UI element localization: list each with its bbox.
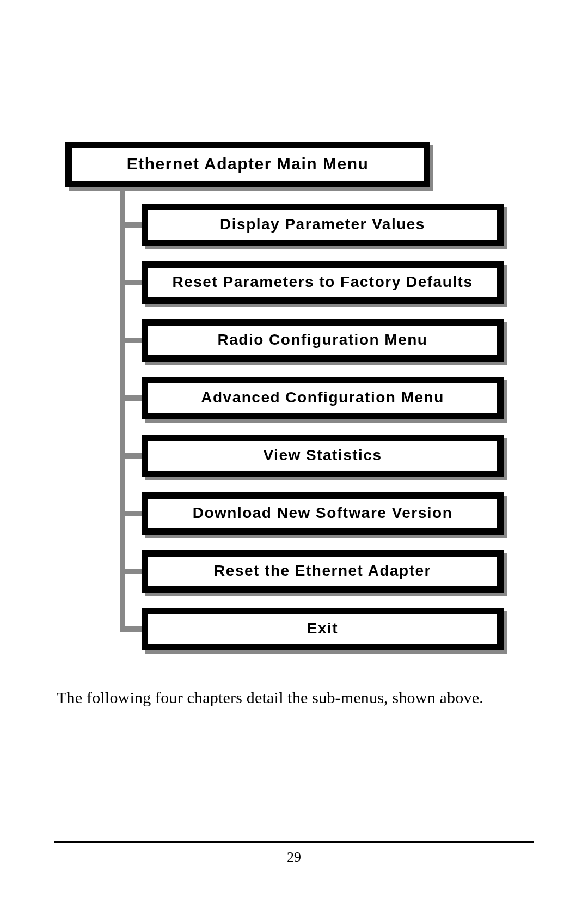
menu-item-row: Exit [120, 608, 523, 650]
tree-horizontal-connector [120, 395, 142, 401]
menu-item-box: View Statistics [142, 435, 504, 477]
menu-item-row: Download New Software Version [120, 492, 523, 535]
menu-item-label: Radio Configuration Menu [158, 331, 487, 349]
tree-horizontal-connector [120, 280, 142, 285]
menu-item-label: Download New Software Version [158, 504, 487, 522]
menu-item-box: Exit [142, 608, 504, 650]
tree-horizontal-connector [120, 338, 142, 343]
menu-item-label: Advanced Configuration Menu [158, 389, 487, 406]
menu-item-label: Display Parameter Values [158, 216, 487, 233]
tree-horizontal-connector [120, 569, 142, 574]
menu-item-box: Download New Software Version [142, 492, 504, 535]
tree-horizontal-connector [120, 511, 142, 516]
body-paragraph: The following four chapters detail the s… [57, 688, 534, 707]
menu-item-label: Exit [158, 620, 487, 637]
menu-item-row: Display Parameter Values [120, 204, 523, 246]
menu-item-box: Reset the Ethernet Adapter [142, 550, 504, 593]
tree-children: Display Parameter Values Reset Parameter… [120, 204, 523, 650]
menu-item-row: Radio Configuration Menu [120, 319, 523, 362]
menu-item-box: Reset Parameters to Factory Defaults [142, 261, 504, 304]
page-number: 29 [54, 849, 534, 865]
menu-tree-diagram: Ethernet Adapter Main Menu Display Param… [65, 142, 523, 650]
footer-rule [54, 841, 534, 843]
menu-item-row: Advanced Configuration Menu [120, 377, 523, 419]
menu-item-row: View Statistics [120, 435, 523, 477]
menu-item-label: Reset the Ethernet Adapter [158, 562, 487, 579]
page-footer: 29 [54, 841, 534, 865]
main-menu-box: Ethernet Adapter Main Menu [65, 142, 430, 187]
main-menu-title: Ethernet Adapter Main Menu [83, 155, 413, 173]
menu-item-label: View Statistics [158, 447, 487, 464]
tree-horizontal-connector [120, 453, 142, 459]
menu-item-box: Display Parameter Values [142, 204, 504, 246]
menu-item-row: Reset Parameters to Factory Defaults [120, 261, 523, 304]
menu-item-box: Advanced Configuration Menu [142, 377, 504, 419]
tree-horizontal-connector [120, 222, 142, 228]
page-container: Ethernet Adapter Main Menu Display Param… [0, 0, 588, 909]
menu-item-row: Reset the Ethernet Adapter [120, 550, 523, 593]
menu-item-box: Radio Configuration Menu [142, 319, 504, 362]
menu-item-label: Reset Parameters to Factory Defaults [158, 273, 487, 291]
tree-horizontal-connector [120, 626, 142, 632]
